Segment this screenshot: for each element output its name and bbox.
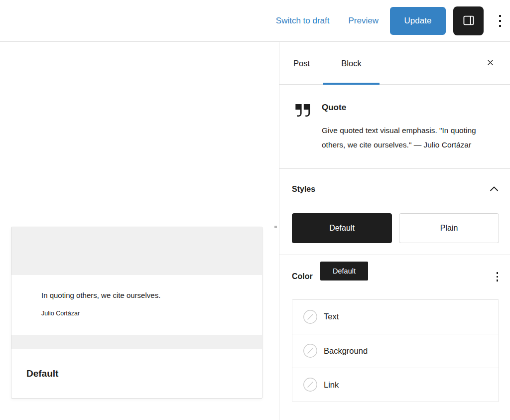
collapse-styles-panel-button[interactable]: [489, 185, 499, 194]
preview-spacer-top: [11, 227, 262, 275]
color-setting-label: Link: [324, 380, 339, 390]
color-panel-title: Color: [292, 272, 313, 281]
update-button[interactable]: Update: [390, 7, 446, 35]
block-card: Quote Give quoted text visual emphasis. …: [279, 85, 510, 169]
tab-block[interactable]: Block: [323, 42, 380, 84]
style-option-plain[interactable]: Plain: [399, 213, 499, 243]
options-menu-button[interactable]: [498, 13, 502, 29]
editor-topbar: Switch to draft Preview Update: [0, 0, 510, 42]
preview-quote-text: In quoting others, we cite ourselves.: [41, 291, 252, 299]
color-setting-background[interactable]: Background: [292, 334, 499, 368]
quote-icon: [292, 99, 314, 121]
close-icon: [486, 58, 495, 69]
sidebar-panel-icon: [462, 13, 476, 29]
style-preview-popover: In quoting others, we cite ourselves. Ju…: [11, 227, 262, 399]
no-color-icon: [303, 344, 317, 358]
preview-style-label: Default: [26, 368, 262, 379]
color-setting-text[interactable]: Text: [292, 300, 499, 334]
color-options-menu-button[interactable]: [496, 270, 500, 283]
color-setting-link[interactable]: Link: [292, 368, 499, 402]
popover-anchor-dot: [274, 226, 277, 228]
block-card-title: Quote: [322, 102, 494, 113]
color-setting-label: Text: [324, 312, 339, 321]
color-settings-list: Text Background: [292, 299, 499, 402]
styles-panel-title: Styles: [292, 184, 315, 194]
no-color-icon: [303, 378, 317, 392]
sidebar-tab-bar: Post Block: [279, 42, 510, 85]
preview-quote-block: In quoting others, we cite ourselves. Ju…: [11, 275, 262, 335]
tab-post-label: Post: [293, 59, 310, 68]
tab-post[interactable]: Post: [293, 42, 310, 84]
preview-spacer-bottom: [11, 335, 262, 349]
preview-footer: Default: [11, 349, 262, 379]
color-setting-label: Background: [324, 346, 368, 356]
style-option-default[interactable]: Default: [292, 213, 392, 243]
active-tab-underline: [323, 83, 380, 85]
settings-sidebar: Post Block Quote G: [279, 42, 510, 420]
editor-canvas: In quoting others, we cite ourselves. Ju…: [0, 42, 279, 420]
chevron-up-icon: [489, 185, 499, 194]
styles-panel: Styles Default Plain: [279, 169, 510, 255]
settings-sidebar-toggle-button[interactable]: [453, 6, 484, 35]
block-editor: Switch to draft Preview Update In quotin…: [0, 0, 510, 420]
tab-block-label: Block: [341, 59, 361, 68]
color-panel: Color Text: [279, 255, 510, 402]
switch-to-draft-link[interactable]: Switch to draft: [276, 16, 330, 26]
no-color-icon: [303, 310, 317, 324]
block-card-description: Give quoted text visual emphasis. "In qu…: [322, 123, 494, 152]
preview-link[interactable]: Preview: [349, 16, 379, 26]
close-sidebar-button[interactable]: [481, 54, 499, 72]
preview-quote-citation: Julio Cortázar: [41, 310, 252, 317]
